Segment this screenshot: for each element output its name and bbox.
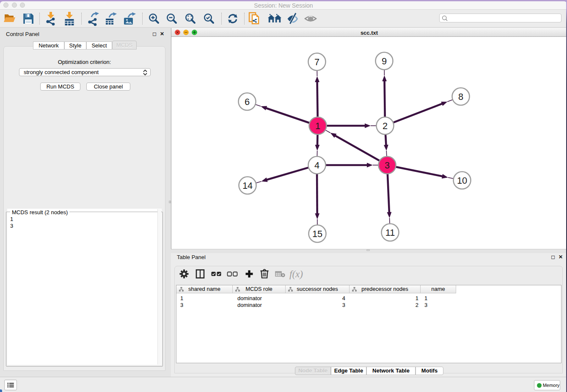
svg-text:3: 3 (385, 160, 390, 171)
svg-text:10: 10 (457, 175, 467, 186)
svg-text:1: 1 (315, 121, 320, 131)
svg-text:4: 4 (314, 160, 319, 171)
svg-text:8: 8 (458, 91, 463, 102)
svg-text:7: 7 (314, 57, 319, 67)
svg-text:2: 2 (383, 121, 388, 131)
svg-text:f(x): f(x) (289, 269, 303, 279)
svg-text:14: 14 (242, 180, 253, 191)
svg-text:15: 15 (312, 229, 322, 239)
svg-text:9: 9 (382, 56, 387, 66)
svg-text:6: 6 (245, 97, 250, 107)
svg-text:11: 11 (385, 227, 395, 238)
